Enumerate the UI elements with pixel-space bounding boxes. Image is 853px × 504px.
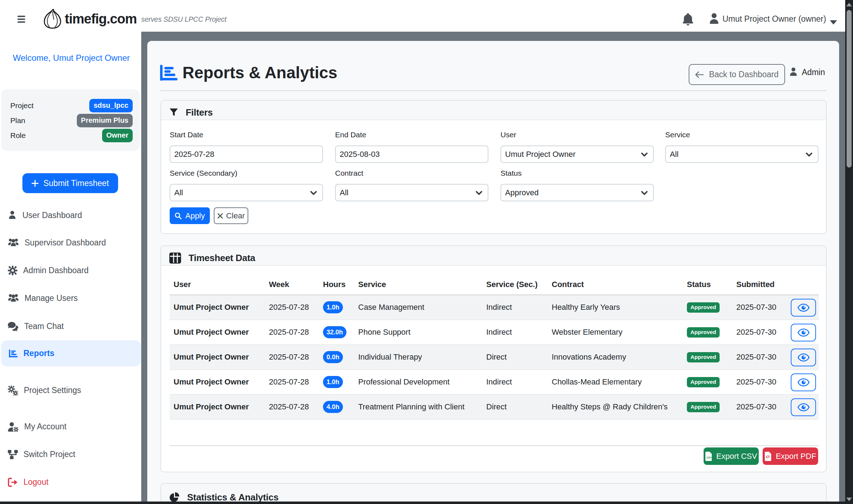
svg-text:CSV: CSV: [706, 456, 712, 459]
